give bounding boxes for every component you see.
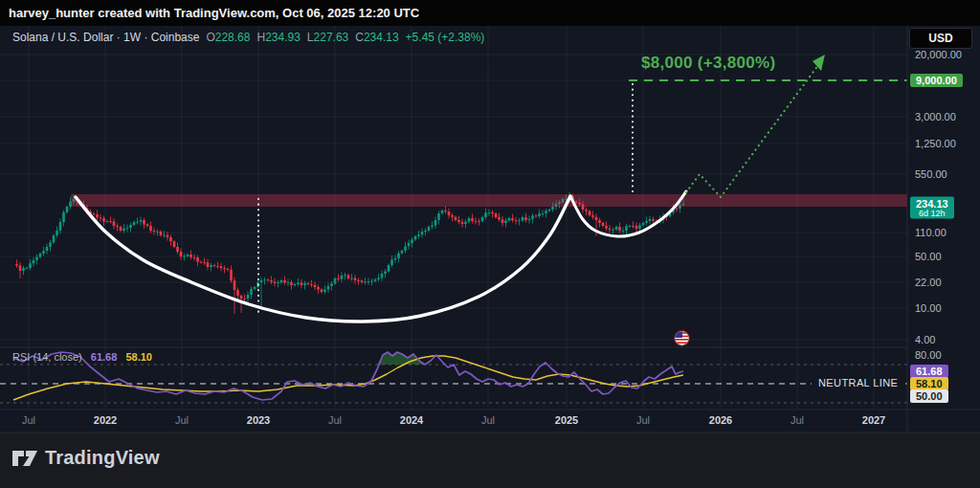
low-value: 227.63	[314, 31, 349, 44]
high-label: H	[256, 31, 265, 44]
time-axis-label: 2024	[400, 414, 423, 426]
price-target-annotation: $8,000 (+3,800%)	[641, 54, 775, 73]
attribution-bar: harvey_hunter created with TradingView.c…	[0, 0, 980, 26]
rsi-ma-badge: 58.10	[910, 377, 948, 390]
price-axis-label: 20,000.00	[915, 49, 962, 60]
change-value: +5.45 (+2.38%)	[406, 31, 485, 44]
neutral-line-annotation: NEUTRAL LINE	[812, 377, 904, 388]
price-axis-label: 550.00	[915, 168, 947, 180]
us-flag-icon	[673, 329, 691, 347]
time-axis-label: 2022	[94, 414, 117, 426]
low-label: L	[307, 31, 314, 44]
time-axis-label: 2026	[709, 414, 732, 426]
time-axis-label: 2027	[862, 414, 885, 426]
last-price-badge: 234.136d 12h	[910, 197, 954, 219]
price-axis-label: 1,250.00	[915, 138, 956, 149]
rsi-ma-value: 58.10	[125, 351, 152, 363]
close-label: C	[355, 31, 364, 44]
rsi-label: RSI (14, close)	[12, 351, 82, 363]
time-axis-label: 2023	[247, 414, 270, 426]
open-value: 228.68	[215, 31, 251, 44]
rsi-legend: RSI (14, close) 61.68 58.10	[12, 351, 152, 363]
rsi-value-badge: 61.68	[910, 365, 948, 378]
price-axis-label: 80.00	[915, 349, 942, 361]
time-axis-label: Jul	[636, 414, 650, 426]
time-axis-label: Jul	[328, 414, 342, 426]
neutral-level-badge: 50.00	[910, 389, 948, 403]
high-value: 234.93	[265, 31, 301, 44]
time-axis-label: Jul	[791, 414, 804, 426]
time-axis-label: Jul	[22, 414, 35, 426]
time-axis-label: Jul	[175, 414, 189, 426]
open-label: O	[206, 31, 214, 44]
price-axis-label: 22.00	[915, 277, 942, 288]
symbol-title: Solana / U.S. Dollar · 1W · Coinbase	[12, 31, 199, 44]
attribution-text: harvey_hunter created with TradingView.c…	[9, 6, 419, 20]
close-value: 234.13	[364, 31, 399, 44]
price-axis-label: 10.00	[915, 302, 942, 314]
price-axis-label: 50.00	[915, 251, 942, 262]
price-axis-label: 110.00	[915, 227, 947, 238]
price-axis-label: 3,000.00	[915, 111, 956, 122]
target-price-badge: 9,000.00	[910, 74, 963, 87]
time-axis-label: 2025	[555, 414, 578, 426]
tradingview-logo-text: TradingView	[45, 447, 160, 469]
time-axis-label: Jul	[481, 414, 495, 426]
tradingview-snapshot: harvey_hunter created with TradingView.c…	[0, 0, 980, 488]
rsi-value: 61.68	[91, 351, 118, 363]
price-axis-label: 4.00	[915, 334, 935, 345]
tradingview-logo[interactable]: TradingView	[11, 447, 160, 469]
currency-toggle-button[interactable]: USD	[909, 28, 972, 49]
symbol-legend: Solana / U.S. Dollar · 1W · CoinbaseO228…	[12, 31, 484, 44]
tradingview-logo-icon	[11, 448, 38, 469]
